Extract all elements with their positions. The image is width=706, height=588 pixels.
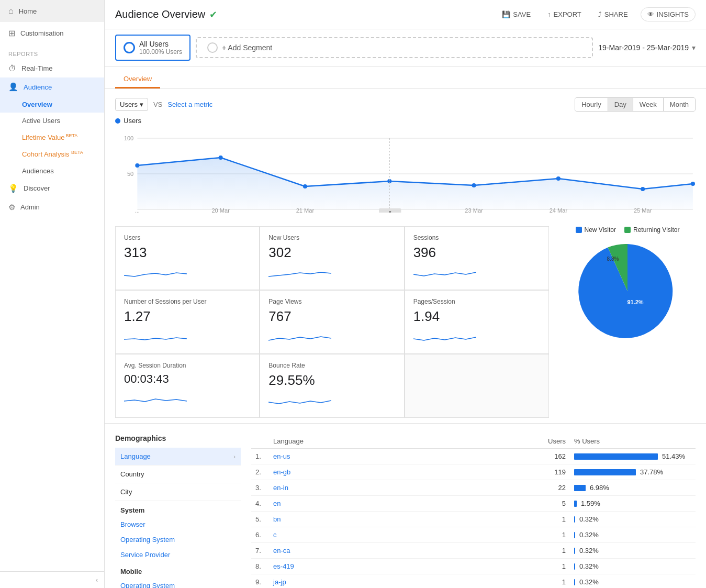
cell-language[interactable]: bn <box>269 512 528 527</box>
svg-text:21 Mar: 21 Mar <box>296 207 315 213</box>
demo-item-country[interactable]: Country <box>115 465 241 483</box>
bar-fill <box>574 532 575 538</box>
insights-icon: 👁 <box>647 10 654 18</box>
cell-users: 162 <box>528 449 570 464</box>
cell-pct: 0.32% <box>570 559 696 574</box>
all-users-icon <box>124 42 135 53</box>
bar-fill <box>574 469 636 475</box>
cell-users: 119 <box>528 464 570 480</box>
pie-chart-svg: 91.2% 8.8% <box>575 239 680 343</box>
svg-text:20 Mar: 20 Mar <box>211 207 230 213</box>
date-range-picker[interactable]: 19-Mar-2019 - 25-Mar-2019 ▾ <box>598 43 696 52</box>
time-btn-week[interactable]: Week <box>633 98 664 111</box>
cell-language[interactable]: c <box>269 527 528 543</box>
pct-label: 51.43% <box>662 452 685 460</box>
cell-rank: 1. <box>251 449 269 464</box>
cell-pct: 0.32% <box>570 512 696 527</box>
metric-value-avg-session: 00:03:43 <box>124 372 251 386</box>
cell-pct: 0.32% <box>570 574 696 589</box>
metric-dropdown[interactable]: Users ▾ <box>115 98 148 111</box>
cell-users: 1 <box>528 527 570 543</box>
share-label: SHARE <box>604 10 628 18</box>
sidebar-sub-active-users[interactable]: Active Users <box>0 113 104 129</box>
col-users: Users <box>528 434 570 449</box>
sidebar-item-discover[interactable]: 💡 Discover <box>0 179 104 198</box>
cell-rank: 7. <box>251 543 269 559</box>
export-button[interactable]: ↑ EXPORT <box>543 8 586 21</box>
cell-rank: 9. <box>251 574 269 589</box>
bulb-icon: 💡 <box>8 184 18 193</box>
pct-label: 0.32% <box>579 531 599 539</box>
time-btn-month[interactable]: Month <box>664 98 695 111</box>
sidebar-audience-label: Audience <box>24 83 52 91</box>
legend-dot <box>115 118 120 124</box>
demo-item-language[interactable]: Language › <box>115 448 241 465</box>
all-users-sublabel: 100.00% Users <box>139 48 182 56</box>
cell-rank: 2. <box>251 464 269 480</box>
cell-language[interactable]: en-ca <box>269 543 528 559</box>
metric-label-avg-session: Avg. Session Duration <box>124 362 251 369</box>
sidebar-item-admin[interactable]: ⚙ Admin <box>0 198 104 217</box>
demographics-section: Demographics Language › Country City Sys… <box>105 423 706 588</box>
gear-icon: ⚙ <box>8 203 15 212</box>
select-metric-link[interactable]: Select a metric <box>167 101 212 108</box>
sidebar-item-home[interactable]: ⌂ Home <box>0 0 104 22</box>
cell-language[interactable]: en-in <box>269 480 528 496</box>
tab-overview[interactable]: Overview <box>115 71 160 88</box>
demo-language-label: Language <box>120 452 151 460</box>
all-users-segment[interactable]: All Users 100.00% Users <box>115 35 190 61</box>
cell-pct: 37.78% <box>570 464 696 480</box>
cell-language[interactable]: en-gb <box>269 464 528 480</box>
metrics-section: Users 313 New Users 302 Sessions 396 <box>105 221 706 423</box>
metric-card-users: Users 313 <box>115 226 260 290</box>
cell-rank: 5. <box>251 512 269 527</box>
export-label: EXPORT <box>554 10 581 18</box>
sidebar-sub-audiences[interactable]: Audiences <box>0 163 104 179</box>
home-icon: ⌂ <box>8 6 14 16</box>
header-actions: 💾 SAVE ↑ EXPORT ⤴ SHARE 👁 INSIGHTS <box>498 7 696 21</box>
insights-button[interactable]: 👁 INSIGHTS <box>641 7 696 21</box>
time-btn-hourly[interactable]: Hourly <box>575 98 608 111</box>
language-table: Language Users % Users 1. en-us 162 51.4… <box>251 434 696 588</box>
table-row: 6. c 1 0.32% <box>251 527 696 543</box>
cell-language[interactable]: en <box>269 496 528 512</box>
cell-language[interactable]: en-us <box>269 449 528 464</box>
share-button[interactable]: ⤴ SHARE <box>594 8 632 21</box>
pct-label: 0.32% <box>579 578 599 586</box>
add-segment-button[interactable]: + Add Segment <box>196 37 593 58</box>
tab-bar: Overview <box>105 66 706 89</box>
table-row: 2. en-gb 119 37.78% <box>251 464 696 480</box>
save-button[interactable]: 💾 SAVE <box>498 8 535 21</box>
svg-point-13 <box>691 182 695 186</box>
time-btn-day[interactable]: Day <box>608 98 633 111</box>
demo-item-mobile-os[interactable]: Operating System <box>115 578 241 588</box>
cell-users: 1 <box>528 559 570 574</box>
sidebar-item-audience[interactable]: 👤 Audience <box>0 77 104 96</box>
new-visitor-label: New Visitor <box>585 226 616 234</box>
cell-language[interactable]: ja-jp <box>269 574 528 589</box>
sidebar-sub-overview[interactable]: Overview <box>0 96 104 113</box>
pie-legend-returning-visitor: Returning Visitor <box>624 226 680 234</box>
sidebar-sub-lifetime-value[interactable]: Lifetime ValueBETA <box>0 129 104 146</box>
metrics-grid: Users 313 New Users 302 Sessions 396 <box>115 226 549 418</box>
svg-point-12 <box>641 187 645 191</box>
demo-item-city[interactable]: City <box>115 483 241 501</box>
add-segment-icon <box>207 42 218 53</box>
demo-item-os[interactable]: Operating System <box>115 532 241 547</box>
metric-label-sessions: Sessions <box>413 234 540 241</box>
metric-card-sessions: Sessions 396 <box>405 226 549 290</box>
chart-legend: Users <box>115 117 696 125</box>
bar-fill <box>574 548 575 554</box>
sidebar-item-realtime[interactable]: ⏱ Real-Time <box>0 59 104 77</box>
demo-item-service-provider[interactable]: Service Provider <box>115 547 241 562</box>
cell-language[interactable]: es-419 <box>269 559 528 574</box>
demo-item-browser[interactable]: Browser <box>115 517 241 532</box>
cell-users: 1 <box>528 543 570 559</box>
sidebar-sub-cohort-analysis[interactable]: Cohort Analysis BETA <box>0 146 104 162</box>
cell-users: 22 <box>528 480 570 496</box>
sidebar-collapse-button[interactable]: ‹ <box>0 571 104 588</box>
metric-value-page-views: 767 <box>268 308 395 325</box>
dropdown-arrow-icon: ▾ <box>140 101 143 108</box>
sidebar-item-customisation[interactable]: ⊞ Customisation <box>0 22 104 45</box>
metric-label-pages-per-session: Pages/Session <box>413 298 540 305</box>
